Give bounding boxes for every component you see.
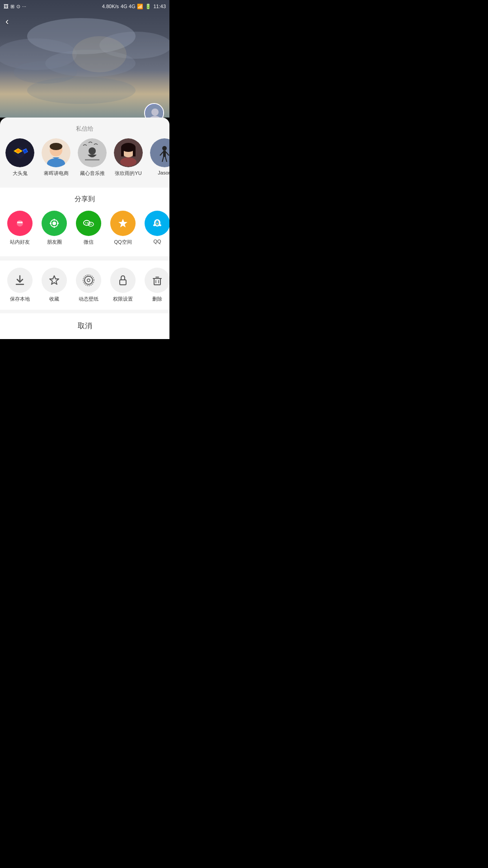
contact-avatar-zangxinyp [78, 138, 107, 167]
contact-name-jason: Jason [150, 170, 169, 175]
share-moments[interactable]: 朋友圈 [40, 211, 69, 245]
star-outline-icon [48, 274, 61, 287]
chat-bubbles-icon [14, 217, 26, 230]
action-icon-delete [145, 268, 169, 293]
action-icons-list: 保存本地 收藏 [0, 268, 169, 306]
wallpaper-icon [82, 274, 95, 287]
contact-datougui[interactable]: 大头鬼 [5, 138, 34, 177]
svg-point-45 [17, 222, 19, 223]
svg-rect-28 [133, 147, 136, 156]
private-message-title: 私信给 [0, 118, 169, 138]
share-label-qzone: QQ空间 [114, 239, 131, 245]
contact-name-jianghuijd: 蒋晖讲电商 [42, 170, 70, 177]
action-permission[interactable]: 权限设置 [108, 268, 137, 302]
share-label-wechat: 微信 [84, 239, 94, 245]
contact-name-datougui: 大头鬼 [5, 170, 34, 177]
svg-rect-27 [121, 147, 124, 156]
action-label-wallpaper: 动态壁纸 [79, 296, 99, 302]
signal-icon: 📶 [137, 4, 143, 9]
svg-rect-32 [163, 151, 166, 157]
action-label-collect: 收藏 [49, 296, 59, 302]
svg-point-47 [21, 222, 23, 223]
lock-icon [117, 274, 129, 287]
action-collect[interactable]: 收藏 [40, 268, 69, 302]
svg-point-59 [91, 224, 92, 225]
girl-avatar [114, 138, 143, 167]
svg-rect-80 [120, 280, 126, 285]
svg-point-19 [50, 143, 62, 150]
contact-zangxinyp[interactable]: 藏心音乐推 [78, 138, 107, 177]
cancel-section[interactable]: 取消 [0, 313, 169, 339]
download-icon [14, 274, 26, 287]
network-speed: 4.80K/s [102, 4, 119, 9]
svg-point-58 [90, 224, 91, 225]
status-left-icons: 🖼 ⊞ ⊙ ··· [4, 4, 26, 9]
star-icon [117, 217, 129, 230]
network-type: 4G 4G [121, 4, 135, 9]
share-title: 分享到 [0, 195, 169, 203]
share-qzone[interactable]: QQ空间 [108, 211, 137, 245]
svg-point-65 [156, 222, 157, 222]
contact-jason[interactable]: Jason [150, 138, 169, 177]
jason-avatar [150, 138, 169, 167]
action-icon-collect [42, 268, 67, 293]
svg-point-55 [85, 222, 86, 223]
share-icon-friends [7, 211, 33, 236]
bottom-sheet: 私信给 [0, 118, 169, 339]
svg-point-6 [72, 36, 127, 72]
action-icon-permission [110, 268, 136, 293]
svg-point-49 [52, 222, 56, 225]
share-wechat[interactable]: 微信 [74, 211, 103, 245]
share-icon-wechat [76, 211, 101, 236]
lens-icon [48, 217, 61, 230]
share-friends[interactable]: 站内好友 [5, 211, 34, 245]
time: 11:43 [153, 4, 166, 9]
contact-name-zangxinyp: 藏心音乐推 [78, 170, 107, 177]
action-section: 保存本地 收藏 [0, 260, 169, 310]
sky-illustration [0, 0, 169, 118]
svg-rect-81 [154, 278, 160, 285]
svg-point-77 [84, 276, 93, 284]
action-save[interactable]: 保存本地 [5, 268, 34, 302]
wechat-icon [82, 217, 95, 230]
status-icon-4: ··· [22, 4, 26, 9]
svg-point-68 [156, 223, 158, 224]
svg-point-29 [120, 157, 136, 166]
share-qq[interactable]: QQ [143, 211, 169, 245]
share-icon-qq [145, 211, 169, 236]
contact-jianghuijd[interactable]: 蒋晖讲电商 [42, 138, 70, 177]
share-label-moments: 朋友圈 [47, 239, 62, 245]
share-icon-moments [42, 211, 67, 236]
status-right-info: 4.80K/s 4G 4G 📶 🔋 11:43 [102, 4, 166, 9]
share-icon-qzone [110, 211, 136, 236]
trash-icon [151, 274, 164, 287]
action-label-save: 保存本地 [10, 296, 30, 302]
share-section: 分享到 站内好友 [0, 188, 169, 256]
battery-icon: 🔋 [145, 4, 151, 9]
action-icon-save [7, 268, 33, 293]
svg-point-62 [155, 221, 159, 226]
contact-name-zhangxinyu: 张欣雨的YU [114, 170, 143, 177]
cancel-label: 取消 [0, 321, 169, 331]
svg-point-46 [19, 222, 21, 223]
bird-avatar [78, 138, 107, 167]
avatar-icon [145, 104, 164, 118]
contact-zhangxinyu[interactable]: 张欣雨的YU [114, 138, 143, 177]
contacts-list: 大头鬼 蒋晖讲电商 [0, 138, 169, 184]
contact-avatar-jason [150, 138, 169, 167]
action-wallpaper[interactable]: 动态壁纸 [74, 268, 103, 302]
action-label-permission: 权限设置 [113, 296, 133, 302]
penguin-icon [151, 217, 164, 230]
svg-marker-76 [50, 276, 59, 284]
action-delete[interactable]: 删除 [143, 268, 169, 302]
status-bar: 🖼 ⊞ ⊙ ··· 4.80K/s 4G 4G 📶 🔋 11:43 [0, 0, 169, 13]
svg-rect-22 [85, 159, 99, 160]
contact-avatar-jianghuijd [42, 138, 70, 167]
back-button[interactable]: ‹ [5, 16, 9, 28]
monster-avatar [5, 138, 34, 167]
contact-avatar-zhangxinyu [114, 138, 143, 167]
contact-avatar-datougui [5, 138, 34, 167]
share-icons-list: 站内好友 朋友圈 [0, 211, 169, 249]
action-label-delete: 删除 [152, 296, 162, 302]
status-icon-1: 🖼 [4, 4, 9, 9]
